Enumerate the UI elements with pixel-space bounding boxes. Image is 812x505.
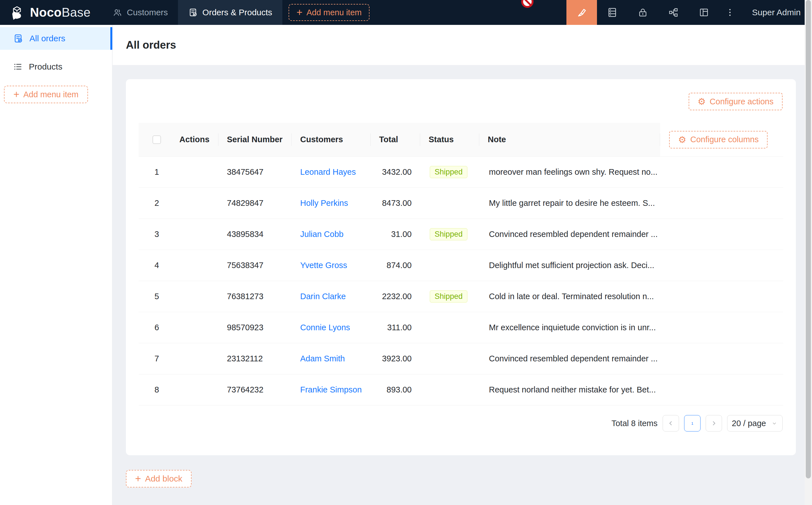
customer-cell: Frankie Simpson: [292, 374, 371, 405]
header-note: Note: [479, 123, 660, 156]
header-total: Total: [371, 123, 420, 156]
customer-link[interactable]: Yvette Gross: [300, 261, 347, 270]
topbar-right-actions: Super Admin: [566, 0, 812, 25]
serial-cell: 38475647: [219, 157, 292, 187]
pagination-prev-button[interactable]: [663, 415, 679, 432]
page-header: All orders: [113, 25, 812, 65]
sidebar-add-menu-item-button[interactable]: + Add menu item: [4, 86, 88, 103]
layout-icon: [699, 7, 709, 17]
actions-cell: [175, 374, 219, 405]
customer-cell: Connie Lyons: [292, 312, 371, 343]
header-checkbox-cell: [139, 123, 175, 156]
sidebar-add-menu-item-label: Add menu item: [23, 90, 79, 99]
customer-link[interactable]: Frankie Simpson: [300, 385, 362, 394]
total-cell: 874.00: [371, 250, 420, 281]
main-content: All orders ⚙ Configure actions Actions S…: [113, 25, 812, 505]
topbar-add-menu-item-button[interactable]: + Add menu item: [289, 4, 370, 21]
status-badge: Shipped: [430, 166, 467, 178]
table-row: 3 43895834 Julian Cobb 31.00 Shipped Con…: [139, 219, 783, 250]
actions-cell: [175, 281, 219, 312]
pagination: Total 8 items 1 20 / page: [612, 414, 783, 432]
status-badge: Shipped: [430, 290, 467, 303]
add-block-button[interactable]: + Add block: [126, 470, 191, 488]
highlighter-icon: [576, 7, 587, 18]
customer-link[interactable]: Adam Smith: [300, 354, 345, 363]
total-cell: 2232.00: [371, 281, 420, 312]
page-size-select[interactable]: 20 / page: [727, 415, 783, 432]
tab-customers[interactable]: Customers: [103, 0, 178, 25]
customer-cell: Yvette Gross: [292, 250, 371, 281]
tab-orders-products[interactable]: Orders & Products: [178, 0, 282, 25]
customer-link[interactable]: Leonard Hayes: [300, 167, 356, 177]
current-user[interactable]: Super Admin: [741, 8, 812, 17]
actions-cell: [175, 312, 219, 343]
sidebar-item-all-orders[interactable]: All orders: [0, 27, 112, 50]
note-cell: My little garret repair to desire he est…: [479, 188, 660, 218]
topbar-add-menu-item-label: Add menu item: [306, 8, 362, 17]
table-header-row: Actions Serial Number Customers Total St…: [139, 123, 783, 157]
row-index: 5: [139, 281, 175, 312]
people-icon: [113, 8, 122, 17]
all-orders-icon: [13, 33, 23, 43]
customer-cell: Holly Perkins: [292, 188, 371, 218]
serial-cell: 74829847: [219, 188, 292, 218]
status-cell: Shipped: [420, 281, 479, 312]
plugins-button[interactable]: [658, 0, 689, 25]
scrollbar-thumb[interactable]: [806, 0, 811, 478]
not-allowed-cursor-icon: [521, 0, 534, 8]
table-row: 6 98570923 Connie Lyons 311.00 Mr excell…: [139, 312, 783, 343]
status-cell: [420, 374, 479, 405]
nocobase-logo-icon: [10, 5, 25, 20]
add-block-label: Add block: [145, 474, 182, 484]
plus-icon: +: [296, 7, 302, 17]
apartment-icon: [668, 7, 678, 17]
tab-customers-label: Customers: [127, 8, 168, 17]
table-row: 8 73764232 Frankie Simpson 893.00 Reques…: [139, 374, 783, 405]
configure-actions-button[interactable]: ⚙ Configure actions: [689, 93, 783, 110]
kebab-menu-icon: [725, 8, 735, 17]
products-list-icon: [13, 62, 23, 71]
sidebar: All orders Products + Add menu item: [0, 25, 112, 505]
customer-link[interactable]: Darin Clarke: [300, 292, 346, 301]
status-badge: Shipped: [430, 228, 467, 240]
pagination-page-1[interactable]: 1: [684, 415, 700, 432]
note-cell: Mr excellence inquietude conviction is i…: [479, 312, 660, 343]
actions-cell: [175, 157, 219, 187]
serial-cell: 75638347: [219, 250, 292, 281]
total-cell: 3432.00: [371, 157, 420, 187]
lock-button[interactable]: [628, 0, 658, 25]
configure-columns-label: Configure columns: [690, 135, 759, 144]
customer-link[interactable]: Holly Perkins: [300, 198, 348, 208]
pagination-next-button[interactable]: [706, 415, 722, 432]
orders-table: Actions Serial Number Customers Total St…: [139, 123, 783, 405]
serial-cell: 43895834: [219, 219, 292, 250]
brand-text: NocoBase: [30, 5, 91, 19]
nocobase-logo[interactable]: NocoBase: [0, 5, 103, 20]
configure-columns-button[interactable]: ⚙ Configure columns: [669, 131, 768, 148]
ui-editor-button[interactable]: [566, 0, 597, 25]
table-row: 5 76381273 Darin Clarke 2232.00 Shipped …: [139, 281, 783, 312]
row-index: 4: [139, 250, 175, 281]
table-row: 4 75638347 Yvette Gross 874.00 Delightfu…: [139, 250, 783, 281]
database-icon: [607, 7, 618, 18]
topbar: NocoBase Customers Orders & Products + A…: [0, 0, 812, 25]
note-cell: Request norland neither mistake for yet.…: [479, 374, 660, 405]
customer-link[interactable]: Julian Cobb: [300, 229, 344, 239]
more-options-button[interactable]: [719, 0, 741, 25]
status-cell: Shipped: [420, 157, 479, 187]
serial-cell: 76381273: [219, 281, 292, 312]
header-configure-cell: ⚙ Configure columns: [660, 123, 783, 156]
tab-orders-products-label: Orders & Products: [202, 8, 272, 17]
serial-cell: 73764232: [219, 374, 292, 405]
note-cell: Cold in late or deal. Terminated resolut…: [479, 281, 660, 312]
orders-table-block: ⚙ Configure actions Actions Serial Numbe…: [126, 79, 796, 455]
customer-link[interactable]: Connie Lyons: [300, 323, 350, 332]
customer-cell: Julian Cobb: [292, 219, 371, 250]
database-button[interactable]: [597, 0, 628, 25]
select-all-checkbox[interactable]: [152, 136, 161, 144]
table-row: 7 23132112 Adam Smith 3923.00 Convinced …: [139, 343, 783, 374]
actions-cell: [175, 250, 219, 281]
header-serial-number: Serial Number: [219, 123, 292, 156]
sidebar-item-products[interactable]: Products: [0, 55, 112, 78]
layout-button[interactable]: [689, 0, 719, 25]
